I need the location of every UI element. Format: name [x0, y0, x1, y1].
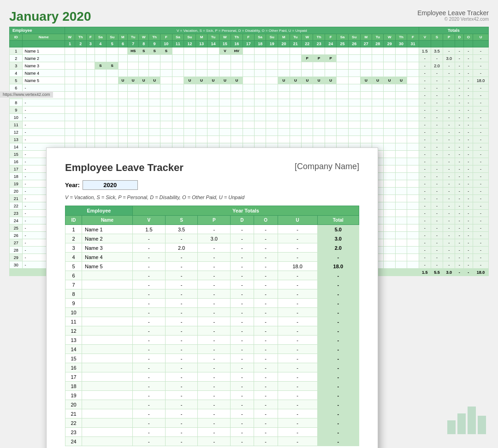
- popup-cell-p: -: [198, 437, 231, 446]
- day-m4: M: [360, 34, 372, 41]
- cell-day-19: [266, 136, 278, 143]
- cell-day-20: [278, 70, 290, 77]
- cell-total-u: -: [473, 114, 489, 121]
- popup-cell-id: 2: [65, 234, 82, 243]
- cell-day-21: [290, 106, 301, 114]
- popup-cell-name: Name 1: [82, 225, 133, 234]
- cell-total-u: -: [473, 121, 489, 129]
- cell-day-18: [254, 92, 266, 99]
- popup-cell-p: 3.0: [198, 234, 231, 243]
- tot-col-empty1: [419, 41, 431, 47]
- cell-total-d: -: [455, 55, 464, 62]
- cell-day-30: [395, 84, 407, 92]
- cell-day-14: [208, 62, 219, 70]
- cell-day-11: [172, 99, 184, 106]
- cell-day-17: [243, 92, 254, 99]
- cell-day-5: [106, 129, 118, 136]
- cell-day-7: [128, 70, 139, 77]
- cell-total-d: -: [455, 121, 464, 129]
- year-input[interactable]: [83, 180, 138, 190]
- popup-cell-s: -: [165, 372, 198, 382]
- cell-day-18: [254, 129, 266, 136]
- popup-v-header: V: [133, 216, 166, 225]
- popup-cell-d: -: [231, 289, 254, 299]
- cell-total-d: -: [455, 99, 464, 106]
- cell-total-s: 2.0: [431, 62, 443, 70]
- cell-total-p: -: [443, 180, 455, 188]
- cell-day-31: [407, 77, 419, 84]
- day-f5: F: [407, 34, 419, 41]
- list-item: 19-------: [65, 391, 359, 400]
- popup-cell-s: -: [165, 363, 198, 372]
- cell-total-v: -: [419, 232, 431, 239]
- popup-cell-d: -: [231, 234, 254, 243]
- cell-total-o: -: [464, 210, 473, 217]
- cell-day-12: U: [184, 77, 196, 84]
- cell-id: 18: [10, 173, 23, 180]
- popup-cell-v: -: [133, 437, 166, 446]
- list-item: 1Name 11.53.5----5.0: [65, 225, 359, 234]
- popup-cell-id: 13: [65, 336, 82, 345]
- popup-cell-total: -: [317, 400, 359, 409]
- cell-total-u: -: [473, 99, 489, 106]
- day-tu4: Tu: [372, 34, 384, 41]
- cell-id: 24: [10, 217, 23, 224]
- popup-legend: V = Vacation, S = Sick, P = Personal, D …: [65, 195, 359, 200]
- list-item: 13-------: [65, 336, 359, 345]
- cell-id: 8: [10, 99, 23, 106]
- popup-cell-v: -: [133, 363, 166, 372]
- cell-day-30: [395, 136, 407, 143]
- cell-day-22: [302, 70, 313, 77]
- cell-day-16: [231, 121, 243, 129]
- cell-day-9: [149, 121, 160, 129]
- table-row: 12-------: [10, 129, 489, 136]
- cell-day-26: [348, 77, 360, 84]
- cell-day-17: [243, 70, 254, 77]
- cell-day-19: [266, 92, 278, 99]
- day-f3: F: [243, 34, 254, 41]
- watermark: [443, 402, 489, 439]
- popup-cell-s: 3.5: [165, 225, 198, 234]
- cell-day-30: [395, 173, 407, 180]
- cell-total-v: -: [419, 151, 431, 158]
- popup-cell-o: -: [254, 409, 278, 419]
- cell-day-17: [243, 129, 254, 136]
- popup-cell-total: -: [317, 428, 359, 437]
- popup-cell-id: 12: [65, 326, 82, 336]
- cell-day-28: [372, 92, 384, 99]
- popup-cell-id: 3: [65, 243, 82, 253]
- cell-day-24: [325, 129, 336, 136]
- cell-day-25: [337, 55, 348, 62]
- cell-day-14: [208, 84, 219, 92]
- cell-total-s: -: [431, 210, 443, 217]
- cell-day-7: U: [128, 77, 139, 84]
- cell-day-12: [184, 70, 196, 77]
- cell-day-25: [337, 121, 348, 129]
- cell-total-d: -: [455, 114, 464, 121]
- cell-total-u: 18.0: [473, 77, 489, 84]
- cell-day-20: [278, 106, 290, 114]
- cell-day-4: [95, 55, 106, 62]
- popup-cell-s: -: [165, 437, 198, 446]
- tot-d: D: [455, 34, 464, 41]
- cell-day-30: [395, 106, 407, 114]
- d29: 29: [384, 41, 395, 47]
- popup-cell-id: 11: [65, 317, 82, 326]
- totals-header: Totals: [419, 27, 488, 34]
- cell-total-v: -: [419, 217, 431, 224]
- cell-day-29: [384, 195, 395, 202]
- d30: 30: [395, 41, 407, 47]
- cell-day-29: [384, 92, 395, 99]
- cell-day-7: [128, 129, 139, 136]
- legend-header: V = Vacation, S = Sick, P = Personal, D …: [65, 27, 419, 34]
- cell-day-16: HV: [231, 47, 243, 55]
- cell-total-u: -: [473, 106, 489, 114]
- cell-day-3: [86, 62, 95, 70]
- cell-total-s: -: [431, 114, 443, 121]
- cell-name: -: [23, 114, 65, 121]
- cell-total-p: -: [443, 143, 455, 151]
- cell-day-29: [384, 143, 395, 151]
- cell-day-24: [325, 47, 336, 55]
- popup-cell-v: -: [133, 409, 166, 419]
- tot-p: P: [443, 34, 455, 41]
